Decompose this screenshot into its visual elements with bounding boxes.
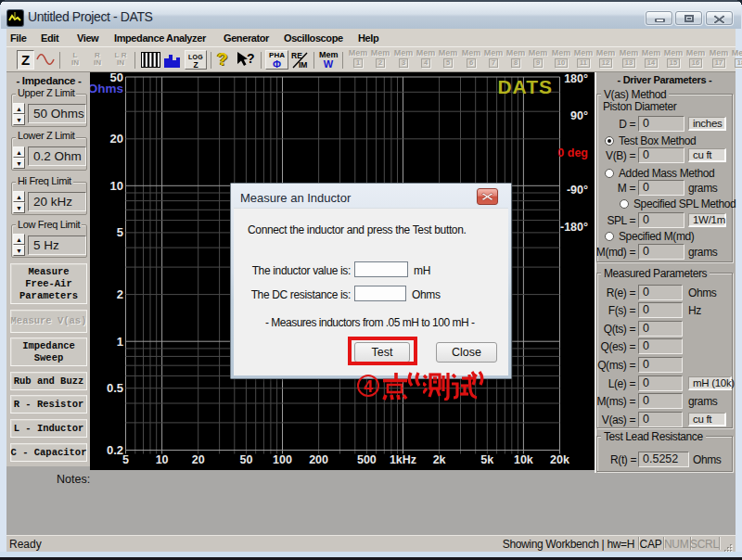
svg-text:?: ? [247,51,255,66]
svg-text:1: 1 [117,335,123,349]
svg-text:100: 100 [273,453,292,466]
svg-text:10: 10 [110,179,123,193]
svg-text:5k: 5k [480,453,493,466]
svg-text:20: 20 [110,132,123,146]
svg-text:10: 10 [156,453,169,466]
svg-text:20k: 20k [550,453,569,466]
svg-text:2: 2 [117,287,123,301]
svg-text:5: 5 [122,453,129,466]
svg-text:IM: IM [299,60,307,70]
svg-text:180°: 180° [564,72,588,85]
svg-text:200: 200 [309,453,328,466]
svg-text:0.2: 0.2 [107,443,123,457]
svg-text:0.5: 0.5 [107,381,123,395]
svg-text:10k: 10k [514,453,533,466]
svg-text:20: 20 [192,453,205,466]
svg-text:2k: 2k [433,453,446,466]
svg-text:500: 500 [357,453,377,466]
svg-text:5: 5 [117,225,123,239]
svg-text:DATS: DATS [497,76,553,97]
svg-text:50: 50 [239,453,252,466]
svg-text:Ohms: Ohms [90,82,123,95]
svg-text:1kHz: 1kHz [390,453,416,466]
